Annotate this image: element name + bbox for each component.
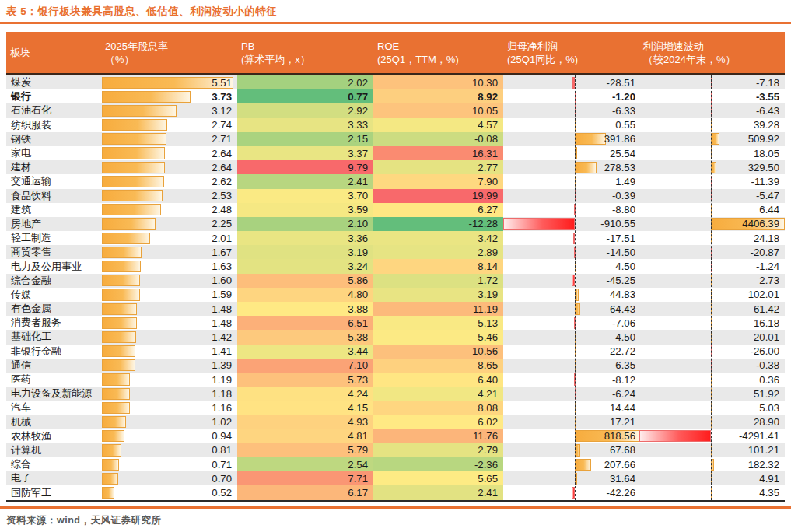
pb-value: 3.19 bbox=[348, 245, 368, 259]
roe-cell: 2.77 bbox=[373, 160, 503, 174]
profit-volatility-cell: 51.92 bbox=[639, 387, 785, 401]
roe-value: 6.02 bbox=[478, 415, 498, 429]
dividend-yield-value: 1.42 bbox=[212, 330, 232, 344]
table-row: 房地产2.252.10-12.28-910.554406.39 bbox=[6, 217, 785, 231]
profit-volatility-cell: -6.43 bbox=[639, 103, 785, 117]
sector-name-cell: 建筑 bbox=[6, 203, 101, 217]
profit-volatility-cell: -20.87 bbox=[639, 245, 785, 259]
sector-name-cell: 建材 bbox=[6, 160, 101, 174]
net-profit-value: -910.55 bbox=[600, 217, 635, 231]
profit-volatility-value: 509.92 bbox=[748, 132, 779, 146]
source-note: 资料来源：wind，天风证券研究所 bbox=[6, 514, 161, 527]
roe-value: 1.72 bbox=[478, 274, 498, 288]
profit-volatility-cell: 61.42 bbox=[639, 302, 785, 316]
profit-volatility-value: 24.18 bbox=[754, 231, 779, 245]
sector-name-cell: 轻工制造 bbox=[6, 231, 101, 245]
pb-cell: 3.37 bbox=[237, 146, 373, 160]
data-bar bbox=[102, 373, 130, 385]
net-profit-cell: -7.06 bbox=[503, 316, 639, 330]
data-bar bbox=[711, 133, 719, 145]
roe-cell: 8.92 bbox=[373, 89, 503, 103]
data-bar bbox=[102, 233, 150, 244]
pb-cell: 2.54 bbox=[237, 457, 373, 471]
profit-volatility-value: 2.73 bbox=[759, 274, 779, 288]
roe-cell: 8.14 bbox=[373, 259, 503, 273]
pb-cell: 2.92 bbox=[237, 103, 373, 117]
pb-cell: 4.81 bbox=[237, 429, 373, 443]
sector-name-cell: 汽车 bbox=[6, 401, 101, 415]
net-profit-value: 6.35 bbox=[615, 359, 635, 373]
table-row: 石油石化3.122.9210.05-6.33-6.43 bbox=[6, 103, 785, 117]
table-row: 综合金融1.605.861.72-45.252.73 bbox=[6, 274, 785, 288]
dividend-yield-value: 2.01 bbox=[212, 231, 232, 245]
profit-volatility-cell: 102.01 bbox=[639, 288, 785, 302]
data-bar bbox=[102, 388, 130, 400]
roe-cell: 5.65 bbox=[373, 471, 503, 485]
data-bar bbox=[575, 162, 597, 173]
dividend-yield-value: 0.71 bbox=[212, 457, 232, 471]
data-bar bbox=[102, 473, 118, 485]
data-bar bbox=[102, 176, 164, 187]
net-profit-value: 391.86 bbox=[604, 132, 635, 146]
roe-cell: 7.90 bbox=[373, 174, 503, 188]
pb-cell: 3.36 bbox=[237, 231, 373, 245]
profit-volatility-cell: 4.91 bbox=[639, 471, 785, 485]
bar-axis-line bbox=[711, 75, 712, 500]
profit-volatility-value: 39.28 bbox=[754, 118, 779, 132]
table-row: 电子0.707.715.6531.644.91 bbox=[6, 471, 785, 485]
dividend-yield-cell: 1.18 bbox=[101, 387, 237, 401]
dividend-yield-cell: 0.71 bbox=[101, 457, 237, 471]
dividend-yield-value: 2.64 bbox=[212, 160, 232, 174]
net-profit-cell: -910.55 bbox=[503, 217, 639, 231]
dividend-yield-cell: 1.19 bbox=[101, 373, 237, 387]
pb-value: 3.44 bbox=[348, 345, 368, 359]
roe-value: 8.65 bbox=[478, 359, 498, 373]
net-profit-value: 0.55 bbox=[615, 118, 635, 132]
pb-value: 4.15 bbox=[348, 401, 368, 415]
net-profit-value: -1.20 bbox=[612, 89, 635, 103]
net-profit-value: -6.24 bbox=[612, 387, 635, 401]
table-row: 纺织服装2.743.334.570.5539.28 bbox=[6, 118, 785, 132]
net-profit-cell: -1.20 bbox=[503, 89, 639, 103]
table-row: 交通运输2.622.417.901.49-11.39 bbox=[6, 174, 785, 188]
dividend-yield-value: 2.25 bbox=[212, 217, 232, 231]
net-profit-cell: 67.68 bbox=[503, 443, 639, 457]
profit-volatility-value: 18.05 bbox=[754, 146, 779, 160]
dividend-yield-cell: 1.59 bbox=[101, 288, 237, 302]
roe-cell: 11.76 bbox=[373, 429, 503, 443]
data-bar bbox=[102, 402, 130, 414]
dividend-yield-cell: 2.62 bbox=[101, 174, 237, 188]
profit-volatility-value: 20.01 bbox=[754, 330, 779, 344]
dividend-yield-cell: 1.60 bbox=[101, 274, 237, 288]
sector-name-cell: 计算机 bbox=[6, 443, 101, 457]
net-profit-cell: 207.66 bbox=[503, 457, 639, 471]
pb-value: 7.71 bbox=[348, 471, 368, 485]
profit-volatility-cell: -5.47 bbox=[639, 189, 785, 203]
net-profit-value: 4.50 bbox=[615, 330, 635, 344]
net-profit-cell: -6.33 bbox=[503, 103, 639, 117]
profit-volatility-value: -11.39 bbox=[751, 174, 779, 188]
dividend-yield-value: 2.62 bbox=[212, 174, 232, 188]
dividend-yield-value: 2.48 bbox=[212, 203, 232, 217]
data-bar bbox=[102, 289, 140, 300]
roe-value: 16.31 bbox=[472, 146, 498, 160]
dividend-yield-cell: 1.67 bbox=[101, 245, 237, 259]
dividend-yield-cell: 1.16 bbox=[101, 401, 237, 415]
roe-value: 2.89 bbox=[478, 245, 498, 259]
profit-volatility-value: -3.55 bbox=[756, 89, 779, 103]
roe-cell: 10.05 bbox=[373, 103, 503, 117]
header-dividend-yield: 2025年股息率 （%） bbox=[101, 32, 237, 73]
roe-cell: 16.31 bbox=[373, 146, 503, 160]
table-row: 商贸零售1.673.192.89-14.50-20.87 bbox=[6, 245, 785, 259]
dividend-yield-cell: 1.39 bbox=[101, 359, 237, 373]
net-profit-value: -28.51 bbox=[607, 75, 635, 89]
data-bar bbox=[102, 430, 124, 442]
research-report-table-figure: 表 5：银行板块兼具高股息、低估值、利润波动小的特征 板块 2025年股息率 （… bbox=[0, 0, 791, 532]
roe-value: 11.19 bbox=[473, 302, 498, 316]
pb-cell: 7.71 bbox=[237, 471, 373, 485]
pb-cell: 6.17 bbox=[237, 485, 373, 499]
pb-value: 3.70 bbox=[348, 189, 368, 203]
roe-value: -2.36 bbox=[474, 457, 498, 471]
roe-value: 8.92 bbox=[478, 89, 498, 103]
roe-cell: 8.08 bbox=[373, 401, 503, 415]
